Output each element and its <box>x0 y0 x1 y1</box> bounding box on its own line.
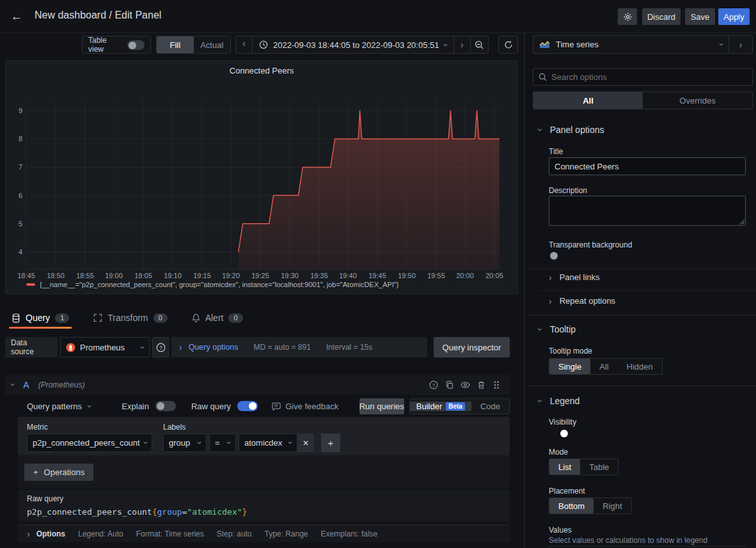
tooltip-mode-single[interactable]: Single <box>549 359 590 374</box>
pane-splitter[interactable] <box>524 33 525 548</box>
svg-text:?: ? <box>159 344 162 350</box>
panel-description-input[interactable] <box>549 196 746 226</box>
back-button[interactable]: ← <box>6 6 27 27</box>
query-inspector-button[interactable]: Query inspector <box>434 337 510 357</box>
option-exemplars: Exemplars: false <box>321 529 378 538</box>
panel-options-header[interactable]: › Panel options <box>539 125 604 135</box>
run-queries-button[interactable]: Run queries <box>359 398 404 414</box>
gear-icon <box>623 12 633 22</box>
code-label-key: group <box>157 507 182 517</box>
plus-icon: + <box>33 467 38 477</box>
label-operator-select[interactable]: = › <box>209 434 236 452</box>
table-view-toggle[interactable] <box>127 40 145 50</box>
add-operations-button[interactable]: + Operations <box>24 464 93 481</box>
chevron-left-icon: › <box>242 40 246 49</box>
repeat-options-header[interactable]: › Repeat options <box>549 296 615 306</box>
tab-query[interactable]: Query 1 <box>9 307 72 329</box>
viz-picker-select[interactable]: Time series › <box>533 35 728 54</box>
database-icon <box>12 313 20 323</box>
time-range-button[interactable]: 2022-09-03 18:44:05 to 2022-09-03 20:05:… <box>253 40 453 50</box>
query-row-header[interactable]: › A (Prometheus) ? <box>5 375 510 395</box>
duplicate-query-button[interactable] <box>441 380 457 389</box>
search-input[interactable] <box>551 72 747 82</box>
drag-dots-icon <box>493 380 500 389</box>
divider <box>528 386 756 386</box>
tab-transform[interactable]: Transform 0 <box>91 307 169 329</box>
resize-grip-icon[interactable] <box>739 219 744 224</box>
raw-query-code: p2p_connected_peers_count{group="atomicd… <box>27 507 247 517</box>
options-search[interactable] <box>533 68 753 86</box>
code-option[interactable]: Code <box>471 402 509 411</box>
query-patterns-dropdown[interactable]: Query patterns › <box>27 402 91 411</box>
copy-icon <box>445 380 454 389</box>
tab-alert-label: Alert <box>205 313 224 323</box>
time-range-picker: › 2022-09-03 18:44:05 to 2022-09-03 20:0… <box>235 36 489 54</box>
fill-option[interactable]: Fill <box>157 36 194 53</box>
chart-plot-area[interactable] <box>6 61 517 294</box>
discard-button[interactable]: Discard <box>642 8 681 25</box>
label-value-select[interactable]: atomicdex › <box>239 434 297 452</box>
x-tick-label: 19:15 <box>189 272 215 279</box>
help-circle-icon: ? <box>429 380 438 389</box>
time-range-forward-button[interactable]: › <box>453 36 470 53</box>
remove-label-filter-button[interactable]: ✕ <box>297 434 314 452</box>
builder-option[interactable]: Builder Beta <box>410 402 471 411</box>
collapse-chevron-icon: › <box>9 383 17 386</box>
x-tick-label: 18:50 <box>43 272 68 279</box>
label-value-value: atomicdex <box>244 438 282 448</box>
panel-links-header[interactable]: › Panel links <box>549 272 600 282</box>
metric-value: p2p_connected_peers_count <box>33 438 140 448</box>
chart-legend-item[interactable]: {__name__="p2p_connected_peers_count", g… <box>26 281 398 288</box>
toggle-query-visibility-button[interactable] <box>457 381 473 389</box>
query-help-button[interactable]: ? <box>425 380 441 389</box>
viz-suggestions-button[interactable]: › <box>728 35 753 54</box>
label-name-select[interactable]: group › <box>163 434 207 452</box>
tooltip-mode-hidden[interactable]: Hidden <box>618 359 662 374</box>
tab-query-label: Query <box>26 313 50 323</box>
give-feedback-link[interactable]: Give feedback <box>272 402 338 411</box>
tooltip-mode-all[interactable]: All <box>590 359 617 374</box>
time-range-back-button[interactable]: › <box>236 36 253 53</box>
tab-all[interactable]: All <box>533 92 643 109</box>
legend-mode-table[interactable]: Table <box>580 459 618 474</box>
options-expand-toggle[interactable]: › Options <box>27 529 65 538</box>
x-tick-label: 20:05 <box>482 272 507 279</box>
save-button[interactable]: Save <box>685 8 715 25</box>
x-tick-label: 19:10 <box>160 272 185 279</box>
legend-placement-bottom[interactable]: Bottom <box>549 498 594 513</box>
x-tick-label: 19:30 <box>277 272 303 279</box>
zoom-out-button[interactable] <box>470 36 488 53</box>
drag-handle[interactable] <box>489 380 503 389</box>
legend-placement-right[interactable]: Right <box>594 498 631 513</box>
x-tick-label: 19:00 <box>101 272 127 279</box>
x-tick-label: 19:25 <box>248 272 273 279</box>
refresh-button[interactable] <box>498 36 518 54</box>
apply-button[interactable]: Apply <box>718 8 750 25</box>
add-label-filter-button[interactable]: + <box>321 434 340 452</box>
legend-header[interactable]: › Legend <box>539 396 579 406</box>
tooltip-header[interactable]: › Tooltip <box>539 324 576 334</box>
actual-option[interactable]: Actual <box>194 36 231 53</box>
chevron-down-icon: › <box>86 405 94 407</box>
chevron-right-icon: › <box>461 40 464 49</box>
panel-settings-button[interactable] <box>618 8 637 25</box>
query-options-toggle[interactable]: › Query options <box>179 343 239 352</box>
query-options-bar: › Query options MD = auto = 891 Interval… <box>171 337 427 357</box>
options-label: Options <box>36 529 65 538</box>
explain-toggle[interactable] <box>155 401 176 411</box>
delete-query-button[interactable] <box>473 380 489 389</box>
tab-alert[interactable]: Alert 0 <box>189 307 246 329</box>
metric-select[interactable]: p2p_connected_peers_count › <box>27 434 152 452</box>
raw-query-box: Raw query p2p_connected_peers_count{grou… <box>18 490 510 522</box>
datasource-select[interactable]: Prometheus › <box>60 337 150 357</box>
panel-title-input[interactable] <box>549 157 746 175</box>
datasource-help-button[interactable]: ? <box>152 337 169 357</box>
tab-overrides[interactable]: Overrides <box>643 92 752 109</box>
legend-mode-list[interactable]: List <box>549 459 580 474</box>
x-tick-label: 18:55 <box>72 272 98 279</box>
raw-query-toggle[interactable] <box>237 401 258 411</box>
chevron-down-icon: › <box>717 43 725 45</box>
tooltip-mode-group: Single All Hidden <box>549 358 663 375</box>
options-pane: Time series › › All Overrides › Panel op… <box>528 33 756 548</box>
table-view-label: Table view <box>88 36 122 54</box>
